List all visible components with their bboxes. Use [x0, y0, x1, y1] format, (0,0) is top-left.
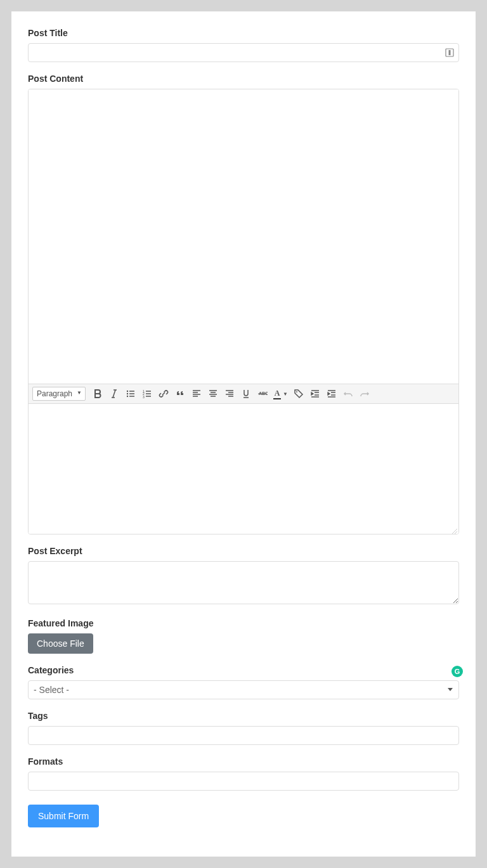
- categories-select[interactable]: - Select -: [28, 680, 459, 699]
- post-content-field: Post Content Paragraph: [28, 74, 459, 534]
- format-select-wrap: Paragraph: [32, 387, 86, 401]
- tags-input[interactable]: [28, 726, 459, 745]
- svg-point-3: [127, 393, 128, 394]
- svg-text:3: 3: [143, 395, 145, 399]
- post-title-field: Post Title: [28, 28, 459, 62]
- choose-file-button[interactable]: Choose File: [28, 633, 93, 654]
- post-form: Post Title Post Content Paragraph: [11, 11, 476, 857]
- categories-label: Categories: [28, 665, 459, 675]
- underline-button[interactable]: [239, 387, 253, 401]
- post-title-label: Post Title: [28, 28, 459, 38]
- format-select[interactable]: Paragraph: [32, 387, 86, 401]
- post-title-input-wrap: [28, 43, 459, 62]
- categories-field: Categories - Select -: [28, 665, 459, 699]
- lastpass-icon: [445, 48, 454, 57]
- rich-editor: Paragraph 123: [28, 89, 459, 534]
- blockquote-button[interactable]: [173, 387, 187, 401]
- editor-upper-area[interactable]: [29, 89, 458, 384]
- editor-content-area[interactable]: [29, 404, 458, 534]
- indent-button[interactable]: [325, 387, 339, 401]
- grammarly-icon[interactable]: G: [451, 666, 463, 677]
- svg-point-4: [127, 396, 128, 397]
- numbered-list-button[interactable]: 123: [140, 387, 154, 401]
- redo-button[interactable]: [358, 387, 372, 401]
- tags-label: Tags: [28, 711, 459, 721]
- align-left-button[interactable]: [190, 387, 204, 401]
- post-excerpt-input[interactable]: [28, 561, 459, 604]
- strikethrough-button[interactable]: ABC: [256, 387, 269, 401]
- featured-image-label: Featured Image: [28, 618, 459, 628]
- italic-button[interactable]: [107, 387, 121, 401]
- post-title-input[interactable]: [28, 43, 459, 62]
- submit-button[interactable]: Submit Form: [28, 805, 99, 827]
- formats-field: Formats: [28, 756, 459, 791]
- align-right-button[interactable]: [223, 387, 237, 401]
- tag-button[interactable]: [292, 387, 306, 401]
- post-excerpt-field: Post Excerpt: [28, 546, 459, 607]
- formats-input[interactable]: [28, 772, 459, 791]
- post-excerpt-label: Post Excerpt: [28, 546, 459, 556]
- featured-image-field: Featured Image Choose File: [28, 618, 459, 654]
- link-button[interactable]: [157, 387, 171, 401]
- bullet-list-button[interactable]: [124, 387, 138, 401]
- bold-button[interactable]: [91, 387, 105, 401]
- tags-field: Tags: [28, 711, 459, 745]
- align-center-button[interactable]: [206, 387, 220, 401]
- svg-point-9: [296, 391, 297, 392]
- editor-toolbar: Paragraph 123: [29, 384, 458, 404]
- svg-point-2: [127, 391, 128, 392]
- outdent-button[interactable]: [308, 387, 322, 401]
- svg-rect-1: [449, 50, 451, 55]
- undo-button[interactable]: [341, 387, 355, 401]
- text-color-button[interactable]: A ▼: [272, 387, 289, 401]
- formats-label: Formats: [28, 756, 459, 767]
- resize-handle-icon[interactable]: [451, 526, 457, 533]
- post-content-label: Post Content: [28, 74, 459, 84]
